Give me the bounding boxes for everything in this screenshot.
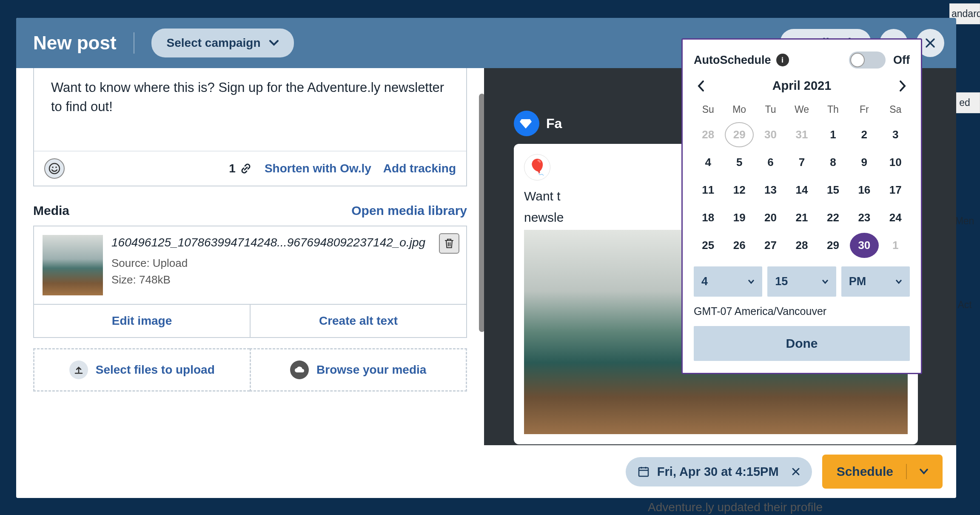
hour-select[interactable]: 4: [694, 266, 762, 297]
calendar-day[interactable]: 29: [725, 122, 753, 147]
calendar-day[interactable]: 12: [725, 177, 753, 203]
scheduled-time-chip[interactable]: Fri, Apr 30 at 4:15PM: [626, 457, 812, 486]
link-count: 1: [229, 162, 253, 175]
autoschedule-state: Off: [893, 54, 910, 67]
svg-point-1: [52, 166, 54, 168]
calendar-day[interactable]: 20: [756, 205, 785, 230]
autoschedule-toggle[interactable]: [849, 52, 886, 69]
calendar-day[interactable]: 10: [881, 150, 910, 175]
calendar-day[interactable]: 2: [850, 122, 878, 147]
calendar-day[interactable]: 4: [694, 150, 722, 175]
calendar-day[interactable]: 28: [694, 122, 722, 147]
calendar-day[interactable]: 30: [756, 122, 785, 147]
calendar-day[interactable]: 28: [787, 233, 816, 258]
calendar-dow: Su: [694, 100, 722, 120]
calendar-day[interactable]: 23: [850, 205, 878, 230]
calendar-day[interactable]: 11: [694, 177, 722, 203]
calendar-day[interactable]: 5: [725, 150, 753, 175]
calendar-day[interactable]: 9: [850, 150, 878, 175]
chevron-down-icon: [920, 469, 928, 475]
schedule-button-label: Schedule: [837, 464, 893, 479]
done-button[interactable]: Done: [694, 326, 910, 361]
calendar-day[interactable]: 15: [819, 177, 847, 203]
date-picker-popover: AutoSchedule i Off April 2021 SuMoTuWeTh…: [681, 38, 922, 374]
chevron-down-icon: [748, 279, 755, 284]
calendar-day[interactable]: 1: [881, 233, 910, 258]
minute-select[interactable]: 15: [767, 266, 836, 297]
calendar-day[interactable]: 21: [787, 205, 816, 230]
prev-month-button[interactable]: [697, 80, 705, 92]
next-month-button[interactable]: [899, 80, 906, 92]
browse-media-label: Browse your media: [316, 363, 426, 377]
campaign-label: Select campaign: [167, 36, 261, 50]
media-source: Source: Upload: [111, 255, 458, 271]
add-tracking-button[interactable]: Add tracking: [383, 162, 456, 175]
calendar-grid: SuMoTuWeThFrSa28293031123456789101112131…: [694, 100, 910, 258]
emoji-button[interactable]: [44, 158, 65, 179]
clear-schedule-icon[interactable]: [792, 467, 800, 476]
calendar-dow: Sa: [881, 100, 910, 120]
calendar-dow: Tu: [756, 100, 785, 120]
post-text-input[interactable]: Want to know where this is? Sign up for …: [34, 68, 466, 151]
text-toolbar: 1 Shorten with Ow.ly Add tracking: [34, 151, 466, 186]
select-campaign-button[interactable]: Select campaign: [151, 29, 294, 57]
chevron-down-icon: [895, 279, 902, 284]
calendar-day[interactable]: 27: [756, 233, 785, 258]
calendar-day[interactable]: 14: [787, 177, 816, 203]
modal-title: New post: [33, 32, 117, 54]
media-filename: 160496125_107863994714248...967694809223…: [111, 235, 458, 250]
compose-panel: Want to know where this is? Sign up for …: [16, 68, 484, 498]
calendar-day[interactable]: 24: [881, 205, 910, 230]
calendar-day[interactable]: 3: [881, 122, 910, 147]
network-label: Fa: [546, 116, 562, 132]
autoschedule-label: AutoSchedule: [694, 54, 771, 67]
edit-image-button[interactable]: Edit image: [34, 305, 251, 337]
media-size: Size: 748kB: [111, 272, 458, 287]
calendar-day[interactable]: 31: [787, 122, 816, 147]
calendar-day[interactable]: 13: [756, 177, 785, 203]
trash-icon: [444, 238, 454, 249]
calendar-day[interactable]: 17: [881, 177, 910, 203]
calendar-day[interactable]: 1: [819, 122, 847, 147]
emoji-icon: [48, 163, 60, 175]
close-icon: [925, 37, 936, 49]
calendar-day[interactable]: 7: [787, 150, 816, 175]
divider: [134, 32, 134, 54]
media-thumbnail[interactable]: [43, 235, 103, 295]
select-files-label: Select files to upload: [96, 363, 215, 377]
toggle-knob: [850, 53, 865, 67]
calendar-day[interactable]: 19: [725, 205, 753, 230]
calendar-day[interactable]: 6: [756, 150, 785, 175]
schedule-button[interactable]: Schedule: [822, 455, 943, 489]
chevron-down-icon: [822, 279, 829, 284]
delete-media-button[interactable]: [439, 233, 459, 254]
open-media-library-link[interactable]: Open media library: [351, 203, 467, 218]
calendar-day[interactable]: 30: [850, 233, 878, 258]
calendar-day[interactable]: 22: [819, 205, 847, 230]
info-icon[interactable]: i: [776, 54, 789, 66]
calendar-day[interactable]: 8: [819, 150, 847, 175]
select-files-button[interactable]: Select files to upload: [33, 348, 250, 392]
calendar-day[interactable]: 25: [694, 233, 722, 258]
upload-icon: [69, 360, 88, 379]
ampm-select[interactable]: PM: [841, 266, 910, 297]
calendar-day[interactable]: 29: [819, 233, 847, 258]
calendar-dow: We: [787, 100, 816, 120]
create-alt-text-button[interactable]: Create alt text: [251, 305, 466, 337]
facebook-icon: [514, 111, 539, 136]
calendar-day[interactable]: 18: [694, 205, 722, 230]
background-text: Adventure.ly updated their profile: [648, 501, 823, 514]
calendar-day[interactable]: 26: [725, 233, 753, 258]
browse-media-button[interactable]: Browse your media: [250, 348, 467, 392]
post-text-container: Want to know where this is? Sign up for …: [33, 68, 467, 186]
calendar-day[interactable]: 16: [850, 177, 878, 203]
shorten-link-button[interactable]: Shorten with Ow.ly: [265, 162, 371, 175]
divider: [906, 464, 907, 479]
calendar-month-label: April 2021: [772, 79, 832, 93]
modal-footer: Fri, Apr 30 at 4:15PM Schedule: [484, 445, 956, 498]
chevron-down-icon: [269, 40, 279, 46]
media-item: 160496125_107863994714248...967694809223…: [33, 226, 467, 305]
calendar-icon: [638, 466, 650, 478]
timezone-label: GMT-07 America/Vancouver: [694, 305, 910, 318]
cloud-icon: [290, 360, 309, 379]
